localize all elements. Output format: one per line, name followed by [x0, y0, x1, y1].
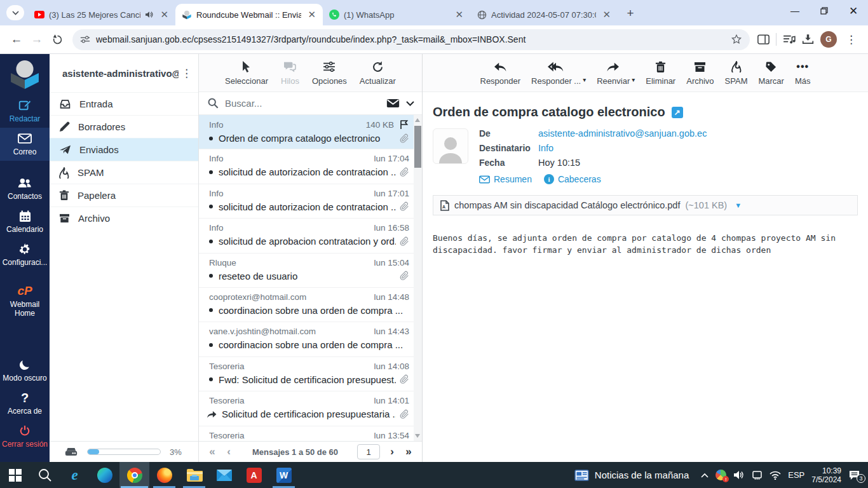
attachment-dropdown-icon[interactable]: ▼: [735, 201, 742, 209]
tab-close-icon[interactable]: ✕: [453, 9, 465, 20]
next-page-button[interactable]: ›: [384, 445, 400, 458]
tab-roundcube-active[interactable]: Roundcube Webmail :: Enviados ✕: [175, 4, 323, 25]
from-address-link[interactable]: asistente-administrativo@sanjuan.gob.ec: [538, 128, 707, 139]
tab-search-button[interactable]: [6, 5, 24, 20]
bookmark-star-icon[interactable]: [731, 34, 742, 45]
language-indicator[interactable]: ESP: [788, 470, 804, 480]
reload-button[interactable]: [47, 29, 67, 50]
search-scope-mail-icon[interactable]: [386, 98, 400, 108]
first-page-button[interactable]: «: [204, 445, 220, 458]
tab-audio-icon[interactable]: [145, 11, 154, 18]
reply-all-button[interactable]: Responder ...: [531, 60, 581, 86]
folder-archivo[interactable]: Archivo: [50, 207, 198, 229]
hidden-icons-chevron[interactable]: [701, 473, 709, 478]
folder-borradores[interactable]: Borradores: [50, 115, 198, 138]
sidebar-item-redactar[interactable]: Redactar: [0, 95, 50, 128]
reply-all-dropdown-icon[interactable]: ▾: [583, 76, 586, 83]
side-panel-icon[interactable]: [757, 34, 770, 45]
forward-button[interactable]: →: [27, 29, 47, 50]
tab-youtube[interactable]: (3) Las 25 Mejores Cancione ✕: [28, 4, 175, 25]
options-button[interactable]: Opciones: [312, 60, 347, 92]
message-row[interactable]: Info140 KB Orden de compra catalogo elec…: [199, 115, 422, 149]
taskbar-mail[interactable]: [209, 462, 239, 488]
forward-button-mail[interactable]: Reenviar: [597, 60, 630, 86]
prev-page-button[interactable]: ‹: [220, 445, 237, 458]
attachment-name[interactable]: chompas AM sin discapacidad Catálogo ele…: [454, 200, 680, 210]
message-row[interactable]: cooprotexri@hotmail.comlun 14:48 coordin…: [199, 288, 422, 322]
tab-close-icon[interactable]: ✕: [600, 9, 613, 20]
last-page-button[interactable]: »: [400, 445, 417, 458]
window-maximize-button[interactable]: [810, 0, 839, 22]
page-number-input[interactable]: [357, 444, 380, 459]
taskbar-search-button[interactable]: [30, 462, 60, 488]
scroll-up-icon[interactable]: [415, 118, 420, 122]
select-button[interactable]: Seleccionar: [225, 60, 268, 92]
folder-options-icon[interactable]: ⋮: [179, 67, 194, 80]
media-controls-icon[interactable]: [783, 34, 796, 44]
threads-button[interactable]: Hilos: [281, 60, 299, 92]
to-recipient-link[interactable]: Info: [538, 143, 553, 153]
message-row[interactable]: Tesorerialun 14:01 Solicitud de certific…: [199, 391, 422, 426]
news-widget-button[interactable]: Noticias de la mañana: [569, 462, 694, 488]
sidebar-item-cerrar-sesion[interactable]: Cerrar sesión: [0, 420, 50, 453]
list-scrollbar[interactable]: [414, 115, 422, 441]
taskbar-word[interactable]: W: [269, 462, 299, 488]
message-row[interactable]: Infolun 17:01 solicitud de autorizacion …: [199, 184, 422, 219]
refresh-button[interactable]: Actualizar: [360, 60, 396, 92]
search-input[interactable]: [225, 98, 380, 109]
sidebar-item-acerca-de[interactable]: ? Acerca de: [0, 387, 50, 420]
folder-spam[interactable]: SPAM: [50, 161, 198, 184]
taskbar-acrobat[interactable]: A: [239, 462, 269, 488]
start-button[interactable]: [0, 462, 30, 488]
folder-enviados[interactable]: Enviados: [50, 138, 198, 161]
message-row[interactable]: vane.v.joshtin@hotmail.comlun 14:43 coor…: [199, 322, 422, 356]
window-close-button[interactable]: ✕: [839, 0, 868, 22]
search-options-chevron-icon[interactable]: [406, 101, 414, 106]
taskbar-clock[interactable]: 10:39 7/5/2024: [811, 466, 841, 484]
volume-icon[interactable]: [733, 470, 745, 480]
new-tab-button[interactable]: +: [621, 4, 639, 22]
archive-button[interactable]: Archivo: [686, 60, 714, 92]
message-row[interactable]: Rluquelun 15:04 reseteo de usuario: [199, 254, 422, 288]
window-minimize-button[interactable]: —: [780, 0, 810, 22]
browser-menu-icon[interactable]: ⋮: [843, 33, 859, 46]
tab-close-icon[interactable]: ✕: [306, 9, 318, 20]
sidebar-item-webmail-home[interactable]: cP Webmail Home: [0, 280, 50, 322]
scroll-down-icon[interactable]: [415, 434, 420, 438]
site-settings-icon[interactable]: [80, 35, 90, 44]
open-in-new-window-icon[interactable]: ↗: [672, 107, 683, 118]
sidebar-item-modo-oscuro[interactable]: Modo oscuro: [0, 354, 50, 387]
sidebar-item-contactos[interactable]: Contactos: [0, 172, 50, 205]
reply-button[interactable]: Responder: [480, 60, 521, 92]
address-bar[interactable]: webmail.sanjuan.gob.ec/cpsess2151491327/…: [72, 29, 750, 50]
tab-actividad[interactable]: Actividad 2024-05-07 07:30:00 ✕: [470, 4, 618, 25]
url-text[interactable]: webmail.sanjuan.gob.ec/cpsess2151491327/…: [96, 34, 725, 44]
taskbar-chrome[interactable]: [119, 462, 149, 488]
taskbar-file-explorer[interactable]: [179, 462, 209, 488]
message-row[interactable]: Tesorerialun 14:08 Fwd: Solicitud de cer…: [199, 357, 422, 391]
tab-close-icon[interactable]: ✕: [158, 9, 170, 20]
downloads-icon[interactable]: [802, 34, 814, 45]
taskbar-internet-explorer[interactable]: e: [60, 462, 90, 488]
wifi-icon[interactable]: [770, 471, 781, 480]
sidebar-item-correo[interactable]: Correo: [0, 128, 50, 161]
back-button[interactable]: ←: [6, 29, 27, 50]
folder-papelera[interactable]: Papelera: [50, 184, 198, 207]
message-row[interactable]: Infolun 17:04 solicitud de autorizacion …: [199, 149, 422, 184]
tab-whatsapp[interactable]: (1) WhatsApp ✕: [323, 4, 470, 25]
action-center-button[interactable]: 3: [848, 470, 864, 480]
forward-dropdown-icon[interactable]: ▾: [632, 76, 635, 83]
scrollbar-thumb[interactable]: [414, 126, 421, 168]
sidebar-item-calendario[interactable]: Calendario: [0, 205, 50, 238]
more-button[interactable]: ••• Más: [795, 60, 811, 92]
delete-button[interactable]: Eliminar: [646, 60, 675, 92]
antivirus-tray-icon[interactable]: !: [715, 470, 726, 480]
folder-entrada[interactable]: Entrada: [50, 92, 198, 115]
spam-button[interactable]: SPAM: [725, 60, 748, 92]
flag-icon[interactable]: [399, 119, 409, 130]
taskbar-edge[interactable]: [90, 462, 119, 488]
headers-link[interactable]: i Cabeceras: [544, 174, 601, 184]
cast-device-icon[interactable]: [752, 470, 763, 480]
sidebar-item-configuracion[interactable]: Configuraci...: [0, 238, 50, 271]
taskbar-firefox[interactable]: [149, 462, 179, 488]
